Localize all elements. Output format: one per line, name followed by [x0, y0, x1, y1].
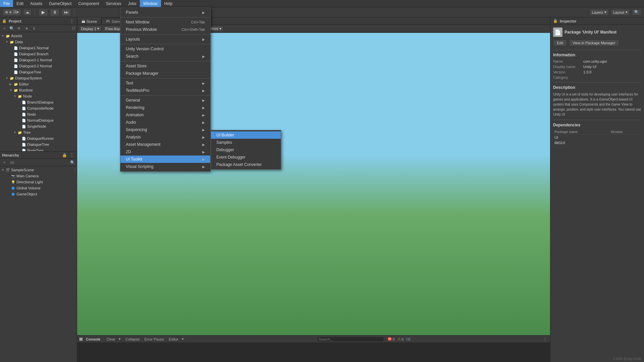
hierarchy-tree[interactable]: ▼ 🎬 SampleScene ⋮ 📷 Main Camera 💡 Direct… [0, 166, 77, 362]
layout-dropdown[interactable]: Layout ▾ [611, 9, 630, 15]
hierarchy-search-btn[interactable]: 🔍 [69, 160, 75, 166]
project-more-btn[interactable]: ⋮ [69, 18, 75, 24]
view-pkg-btn[interactable]: View in Package Manager [569, 40, 619, 46]
list-item[interactable]: 📄 SingleNode [0, 123, 77, 129]
dd-rendering[interactable]: Rendering ▶ [120, 104, 210, 111]
list-item[interactable]: 📄 CompositeNode [0, 105, 77, 111]
dd-general[interactable]: General ▶ [120, 97, 210, 104]
tree-assets[interactable]: ▼ 📁 Assets [0, 33, 77, 39]
dd-asset-management[interactable]: Asset Management ▶ [120, 141, 210, 148]
menu-assets[interactable]: Assets [27, 0, 46, 7]
project-search-btn[interactable]: 🔍 [9, 25, 15, 32]
dd-next-window[interactable]: Next Window Ctrl+Tab [120, 18, 210, 26]
step-button[interactable]: ⏭ [61, 9, 71, 16]
hierarchy-main-camera[interactable]: 📷 Main Camera [0, 173, 77, 179]
hierarchy-directional-light[interactable]: 💡 Directional Light [0, 179, 77, 185]
search-toolbar-btn[interactable]: 🔍 [632, 9, 641, 15]
dd-visual-scripting[interactable]: Visual Scripting ▶ [120, 163, 210, 170]
list-item[interactable]: 📄 Dialogue1 Normal [0, 45, 77, 51]
menu-jobs[interactable]: Jobs [124, 0, 140, 7]
clear-arrow-icon[interactable]: ▾ [117, 337, 122, 342]
console-content [77, 343, 550, 362]
list-item[interactable]: 📄 NormalDialogue [0, 117, 77, 123]
dd-package-manager[interactable]: Package Manager [120, 70, 210, 77]
console-search-input[interactable] [317, 337, 384, 342]
project-info-btn[interactable]: ℹ [31, 25, 37, 32]
sub-pkg-asset-converter[interactable]: Package Asset Converter [211, 161, 281, 168]
dd-animation[interactable]: Animation ▶ [120, 111, 210, 119]
prev-window-shortcut: Ctrl+Shift+Tab [181, 27, 205, 32]
scene-arrow-icon: ▼ [1, 168, 5, 172]
tree-node-folder[interactable]: ▼ 📁 Node [0, 93, 77, 99]
tree-data-folder[interactable]: ▼ 📁 Data [0, 39, 77, 45]
hierarchy-scene[interactable]: ▼ 🎬 SampleScene ⋮ [0, 167, 77, 173]
menu-window[interactable]: Window [140, 0, 161, 7]
hierarchy-more-btn[interactable]: ⋮ [69, 152, 75, 158]
dd-sequencing[interactable]: Sequencing ▶ [120, 126, 210, 133]
hierarchy-global-volume[interactable]: 🔷 Global Volume [0, 185, 77, 191]
sub-event-debugger[interactable]: Event Debugger [211, 154, 281, 161]
dep-name-ui: UI [553, 135, 609, 140]
project-star-btn[interactable]: ★ [23, 25, 30, 32]
dd-layouts[interactable]: Layouts ▶ [120, 36, 210, 43]
tree-runtime[interactable]: ▼ 📁 Runtime [0, 87, 77, 93]
list-item[interactable]: 📄 DialogueRunner [0, 135, 77, 141]
list-item[interactable]: 📄 NodeTree [0, 147, 77, 151]
dd-panels[interactable]: Panels ▶ [120, 9, 210, 16]
edit-btn[interactable]: Edit [553, 40, 567, 46]
tab-scene[interactable]: 🏔 Scene [77, 18, 101, 24]
list-item[interactable]: 📄 Node [0, 111, 77, 117]
scene-tab-label: Scene [87, 19, 97, 23]
dd-ui-toolkit[interactable]: UI Toolkit ▶ [120, 156, 210, 163]
console-more-btn[interactable]: ⋮ [542, 336, 548, 342]
error-pause-btn[interactable]: Error Pause [143, 337, 166, 342]
list-item[interactable]: 📄 DialogueTree [0, 69, 77, 75]
editor-arrow-icon[interactable]: ▾ [180, 337, 185, 342]
hierarchy-gameobject[interactable]: 🔷 GameObject [0, 191, 77, 197]
play-button[interactable]: ▶ [39, 9, 48, 16]
sub-ui-builder[interactable]: UI Builder [211, 131, 281, 139]
dd-text[interactable]: Text ▶ [120, 79, 210, 87]
menu-file[interactable]: File [0, 0, 13, 7]
list-item[interactable]: 📄 Dialogue3-2 Normal [0, 63, 77, 69]
project-add-btn[interactable]: + [1, 25, 7, 32]
hierarchy-add-btn[interactable]: + [1, 160, 7, 166]
layers-dropdown[interactable]: Layers ▾ [590, 9, 609, 15]
menu-gameobject[interactable]: GameObject [46, 0, 75, 7]
dd-unity-version-control[interactable]: Unity Version Control [120, 45, 210, 53]
dd-analysis[interactable]: Analysis ▶ [120, 133, 210, 141]
tree-tree-folder[interactable]: ▼ 📁 Tree [0, 129, 77, 135]
cloud-btn[interactable]: ☁ [23, 9, 32, 15]
name-value: com.unity.ugui [583, 59, 607, 63]
project-tree[interactable]: ▼ 📁 Assets ▼ 📁 Data 📄 Dialogue1 Normal [0, 32, 77, 151]
sub-debugger[interactable]: Debugger [211, 146, 281, 154]
collapse-btn[interactable]: Collapse [124, 337, 141, 342]
menu-component[interactable]: Component [75, 0, 102, 7]
panels-label: Panels [126, 10, 138, 15]
sub-samples[interactable]: Samples [211, 139, 281, 146]
project-panel: 🔒 Project ⋮ + 🔍 👁 ★ ℹ 17 ▼ 📁 Assets [0, 17, 77, 152]
list-item[interactable]: 📄 Dialogue3-1 Normal [0, 57, 77, 63]
list-item[interactable]: 📄 DialogueTree [0, 141, 77, 147]
dd-search[interactable]: Search ▶ [120, 53, 210, 60]
dd-asset-store[interactable]: Asset Store [120, 62, 210, 70]
hierarchy-lock-btn[interactable]: 🔒 [61, 152, 67, 158]
display-dropdown[interactable]: Display 1 ▾ [79, 26, 101, 32]
editor-btn[interactable]: Editor [167, 337, 180, 342]
dd-textmeshpro[interactable]: TextMeshPro ▶ [120, 87, 210, 94]
scene-more-icon[interactable]: ⋮ [73, 168, 77, 172]
dd-2d[interactable]: 2D ▶ [120, 148, 210, 156]
account-btn[interactable]: ⊕ ⊕ 冯▾ [3, 9, 21, 16]
list-item[interactable]: 📄 Dialogue2 Branch [0, 51, 77, 57]
menu-help[interactable]: Help [161, 0, 176, 7]
project-eye-btn[interactable]: 👁 [16, 25, 22, 32]
list-item[interactable]: ▶ 📁 Editor [0, 81, 77, 87]
dd-prev-window[interactable]: Previous Window Ctrl+Shift+Tab [120, 26, 210, 33]
menu-services[interactable]: Services [102, 0, 124, 7]
list-item[interactable]: 📄 BranchDialogue [0, 99, 77, 105]
pause-button[interactable]: ⏸ [50, 9, 59, 16]
dd-audio[interactable]: Audio ▶ [120, 119, 210, 126]
tree-dialoguesystem[interactable]: ▼ 📁 DialogueSystem [0, 75, 77, 81]
menu-edit[interactable]: Edit [13, 0, 27, 7]
clear-btn[interactable]: Clear [105, 337, 116, 342]
